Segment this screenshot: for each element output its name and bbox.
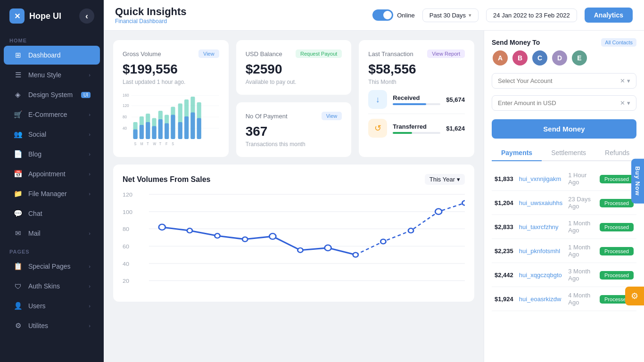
chevron-down-icon: ▾	[457, 176, 460, 183]
avatar-2[interactable]: B	[512, 49, 528, 66]
avatar-5[interactable]: E	[571, 49, 588, 66]
year-selector[interactable]: This Year ▾	[425, 174, 465, 185]
avatar-3[interactable]: C	[531, 49, 548, 66]
card-header: No Of Payment View	[246, 112, 342, 120]
sidebar-item-special-pages[interactable]: 📋 Special Pages ›	[4, 257, 100, 276]
menu-style-icon: ☰	[13, 70, 23, 80]
payments-tabs: Payments Settlements Refunds	[492, 145, 636, 161]
select-account-input[interactable]	[498, 77, 620, 84]
svg-text:S: S	[134, 142, 137, 147]
send-money-header: Send Money To All Contacts	[492, 38, 636, 47]
gross-volume-sub: Last updated 1 hour ago.	[123, 79, 219, 85]
all-contacts-badge[interactable]: All Contacts	[601, 38, 636, 47]
view-report-badge[interactable]: View Report	[427, 49, 465, 58]
chevron-right-icon: ›	[89, 230, 91, 236]
table-row: $2,235 hui_pknfotsmhl 1 Month Ago Proces…	[492, 239, 636, 263]
payment-time: 1 Month Ago	[565, 239, 597, 263]
avatars-row: A B C D E	[492, 49, 636, 66]
tab-settlements[interactable]: Settlements	[542, 145, 595, 161]
middle-cards-column: USD Balance Request Payout $2590 Availab…	[236, 40, 352, 157]
chevron-right-icon: ›	[89, 132, 91, 137]
chevron-right-icon: ›	[89, 72, 91, 78]
sidebar-item-mail[interactable]: ✉ Mail ›	[4, 224, 100, 243]
analytics-button[interactable]: Analytics	[585, 8, 633, 23]
sidebar-item-auth-skins[interactable]: 🛡 Auth Skins ›	[4, 277, 100, 296]
date-range-selector[interactable]: Past 30 Days ▾	[422, 8, 479, 22]
view-badge[interactable]: View	[198, 49, 219, 58]
svg-point-51	[215, 233, 220, 238]
chevron-down-icon[interactable]: ▾	[627, 99, 630, 107]
amount-input-row: ✕ ▾	[492, 95, 636, 111]
svg-rect-28	[190, 113, 195, 139]
social-icon: 👥	[13, 130, 23, 139]
received-progress	[393, 103, 440, 105]
close-icon[interactable]: ✕	[620, 99, 625, 107]
svg-rect-20	[165, 123, 169, 139]
year-label: This Year	[429, 176, 455, 183]
send-money-button[interactable]: Send Money	[492, 119, 636, 139]
sidebar-item-menu-style[interactable]: ☰ Menu Style ›	[4, 66, 100, 84]
sidebar-item-file-manager[interactable]: 📁 File Manager ›	[4, 184, 100, 203]
tab-refunds[interactable]: Refunds	[595, 145, 639, 161]
sidebar-item-dashboard[interactable]: ⊞ Dashboard	[4, 46, 100, 65]
sidebar-item-blog[interactable]: 📄 Blog ›	[4, 145, 100, 164]
amount-input[interactable]	[498, 99, 620, 107]
chevron-right-icon: ›	[89, 191, 91, 197]
svg-text:T: T	[147, 142, 149, 147]
svg-text:W: W	[153, 142, 156, 147]
payment-id[interactable]: hui_taxrcfzhny	[516, 215, 566, 239]
payment-time: 1 Month Ago	[565, 215, 597, 239]
payment-id[interactable]: hui_uwsxaiuhhs	[516, 191, 566, 215]
close-icon[interactable]: ✕	[620, 77, 625, 84]
toggle-knob	[383, 11, 392, 19]
payment-status: Processed	[597, 191, 636, 215]
send-money-title: Send Money To	[492, 39, 540, 46]
svg-point-56	[353, 253, 358, 257]
back-button[interactable]: ‹	[79, 8, 94, 24]
tab-payments[interactable]: Payments	[492, 145, 542, 161]
buy-now-tab[interactable]: Buy Now	[631, 159, 644, 204]
sidebar: ✕ Hope UI ‹ HOME ⊞ Dashboard ☰ Menu Styl…	[0, 0, 104, 362]
avatar-1[interactable]: A	[492, 49, 509, 66]
sidebar-item-appointment[interactable]: 📅 Appointment ›	[4, 165, 100, 183]
transaction-name: Transferred	[393, 123, 440, 130]
sidebar-item-label: E-Commerce	[28, 111, 83, 118]
svg-point-53	[269, 233, 276, 239]
design-system-icon: ◈	[13, 90, 23, 99]
page-title: Quick Insights	[115, 6, 365, 18]
usd-balance-sub: Available to pay out.	[246, 79, 342, 85]
sidebar-item-label: Auth Skins	[28, 282, 83, 290]
special-pages-icon: 📋	[13, 262, 23, 271]
card-title: No Of Payment	[246, 113, 288, 120]
sidebar-item-design-system[interactable]: ◈ Design System UI	[4, 85, 100, 104]
view-badge[interactable]: View	[322, 112, 342, 120]
sidebar-item-ecommerce[interactable]: 🛒 E-Commerce ›	[4, 105, 100, 124]
payment-id[interactable]: hui_xqgczqbgto	[516, 263, 566, 287]
settings-fab[interactable]: ⚙	[625, 287, 644, 305]
sidebar-item-users[interactable]: 👤 Users ›	[4, 296, 100, 315]
payment-amount: $2,442	[492, 263, 516, 287]
app-name: Hope UI	[29, 11, 61, 21]
payment-time: 1 Hour Ago	[565, 167, 597, 191]
card-header: USD Balance Request Payout	[246, 49, 342, 58]
chevron-down-icon[interactable]: ▾	[627, 77, 630, 84]
sidebar-item-utilities[interactable]: ⚙ Utilites ›	[4, 316, 100, 335]
online-toggle[interactable]	[372, 9, 393, 21]
last-transaction-value: $58,556	[368, 62, 465, 77]
last-transaction-sub: This Month	[368, 79, 465, 85]
request-payout-badge[interactable]: Request Payout	[296, 49, 342, 58]
payment-amount: $1,204	[492, 191, 516, 215]
sidebar-item-social[interactable]: 👥 Social ›	[4, 125, 100, 144]
avatar-4[interactable]: D	[551, 49, 568, 66]
payment-id[interactable]: hui_eoasrkizdw	[516, 287, 566, 311]
svg-point-49	[159, 224, 165, 230]
payment-id[interactable]: hui_vxnnjigakm	[516, 167, 566, 191]
svg-point-55	[325, 245, 331, 251]
payment-id[interactable]: hui_pknfotsmhl	[516, 239, 566, 263]
chevron-right-icon: ›	[89, 283, 91, 289]
transferred-transaction: ↺ Transferred $1,624	[368, 114, 465, 142]
design-system-badge: UI	[81, 92, 91, 98]
svg-text:160: 160	[123, 92, 129, 98]
sidebar-item-chat[interactable]: 💬 Chat	[4, 204, 100, 223]
svg-text:40: 40	[123, 125, 127, 131]
